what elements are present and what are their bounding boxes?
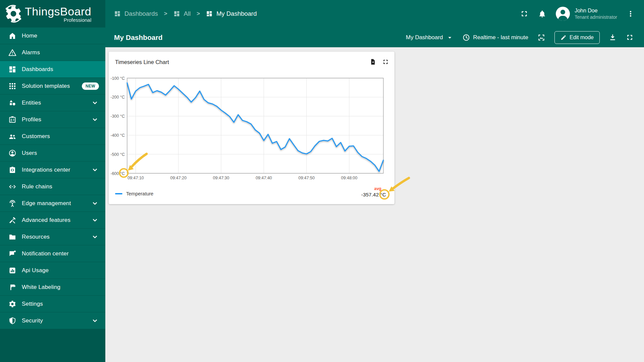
dashboard-canvas: Timeseries Line Chart -100 °C-200 °C-300…	[105, 47, 644, 362]
svg-text:09:47:40: 09:47:40	[256, 176, 272, 180]
chevron-down-icon	[91, 233, 99, 241]
notifications-bell-icon	[538, 10, 546, 18]
sidebar-item-customers[interactable]: Customers	[0, 128, 105, 145]
edit-mode-label: Edit mode	[570, 35, 594, 41]
users-icon	[8, 149, 16, 157]
sidebar-item-entities[interactable]: Entities	[0, 95, 105, 111]
svg-text:09:47:20: 09:47:20	[170, 176, 186, 180]
svg-text:09:47:50: 09:47:50	[298, 176, 315, 180]
sidebar-item-profiles[interactable]: Profiles	[0, 111, 105, 128]
sidebar-item-security[interactable]: Security	[0, 312, 105, 329]
chevron-down-icon	[91, 216, 99, 224]
user-name: John Doe	[575, 8, 617, 14]
breadcrumb-dashboards[interactable]: Dashboards	[114, 10, 158, 17]
sidebar-item-alarms[interactable]: Alarms	[0, 44, 105, 61]
sidebar-item-label: Solution templates	[22, 83, 70, 89]
breadcrumb-separator: >	[197, 10, 200, 17]
sidebar-item-label: Advanced features	[22, 217, 70, 224]
avatar	[556, 7, 570, 21]
dashboard-toolbar: My Dashboard My Dashboard Realtime - las…	[105, 27, 644, 47]
settings-icon	[8, 300, 16, 308]
white-labeling-icon	[8, 283, 16, 291]
sidebar-item-home[interactable]: Home	[0, 27, 105, 44]
timewindow-button[interactable]: Realtime - last minute	[462, 34, 528, 42]
sidebar-item-label: Customers	[22, 133, 50, 140]
dashboards-icon	[206, 10, 213, 17]
aggregation-label: avg	[361, 186, 386, 191]
breadcrumb-my-dashboard[interactable]: My Dashboard	[206, 10, 257, 17]
breadcrumb-separator: >	[164, 10, 167, 17]
aggregation-value: -357.42 °C	[361, 191, 386, 198]
sidebar-item-advanced-features[interactable]: Advanced features	[0, 212, 105, 229]
sidebar-item-white-labeling[interactable]: White Labeling	[0, 279, 105, 296]
clock-icon	[462, 34, 470, 42]
download-icon	[608, 33, 617, 42]
dashboards-icon	[8, 65, 16, 73]
dashboards-icon	[114, 10, 121, 17]
thingsboard-logo[interactable]: ThingsBoard Professional	[0, 0, 105, 27]
sidebar-item-label: Notification center	[22, 250, 69, 257]
svg-text:-100 °C: -100 °C	[110, 76, 125, 81]
svg-text:09:47:30: 09:47:30	[213, 176, 229, 180]
sidebar-item-dashboards[interactable]: Dashboards	[0, 61, 105, 78]
fullscreen-button[interactable]	[520, 9, 529, 18]
sidebar-item-solution-templates[interactable]: Solution templatesNEW	[0, 78, 105, 95]
svg-text:-600 °C: -600 °C	[110, 171, 125, 176]
breadcrumb-all[interactable]: All	[173, 10, 191, 17]
sidebar-item-label: Home	[22, 33, 37, 39]
toolbar-fullscreen-button[interactable]	[626, 33, 634, 42]
dashboard-title: My Dashboard	[114, 34, 163, 42]
new-badge: NEW	[82, 82, 99, 90]
app-name: ThingsBoard	[25, 5, 91, 18]
timewindow-label: Realtime - last minute	[473, 34, 528, 41]
rule-chains-icon	[8, 183, 16, 191]
edge-icon	[8, 199, 16, 207]
legend-series-temperature[interactable]: Temperature	[115, 191, 153, 198]
sidebar-item-label: Dashboards	[22, 66, 53, 73]
app-edition: Professional	[25, 17, 91, 23]
security-icon	[8, 317, 16, 325]
sidebar-item-integrations-center[interactable]: Integrations center	[0, 162, 105, 178]
svg-text:-200 °C: -200 °C	[110, 95, 125, 100]
svg-text:09:48:00: 09:48:00	[341, 176, 358, 180]
dashboards-icon	[173, 10, 180, 17]
sidebar-item-notification-center[interactable]: Notification center	[0, 245, 105, 262]
alarms-icon	[8, 49, 16, 57]
edit-mode-button[interactable]: Edit mode	[554, 31, 600, 44]
chart-legend: Temperature avg -357.42 °C	[115, 185, 386, 198]
sidebar-item-label: Rule chains	[22, 183, 52, 190]
sidebar-item-label: Profiles	[22, 116, 41, 123]
header-actions: John Doe Tenant administrator	[520, 0, 644, 27]
dashboard-state-select[interactable]: My Dashboard	[406, 34, 453, 41]
svg-text:-500 °C: -500 °C	[110, 152, 125, 157]
dashboard-image-button[interactable]	[537, 33, 546, 42]
sidebar-item-label: Security	[22, 317, 43, 324]
entities-icon	[8, 99, 16, 107]
sidebar-item-label: Entities	[22, 100, 41, 106]
resources-icon	[8, 233, 16, 241]
sidebar-item-edge-management[interactable]: Edge management	[0, 195, 105, 212]
home-icon	[8, 32, 16, 40]
sidebar-item-api-usage[interactable]: Api Usage	[0, 262, 105, 279]
breadcrumb-label: My Dashboard	[216, 10, 257, 17]
sidebar-menu: HomeAlarmsDashboardsSolution templatesNE…	[0, 27, 105, 329]
user-menu[interactable]: John Doe Tenant administrator	[556, 7, 617, 21]
series-name: Temperature	[126, 191, 153, 196]
sidebar-item-settings[interactable]: Settings	[0, 296, 105, 312]
profiles-icon	[8, 116, 16, 124]
thingsboard-gear-logo-icon	[4, 4, 23, 24]
fullscreen-icon	[626, 33, 634, 42]
sidebar-item-resources[interactable]: Resources	[0, 229, 105, 245]
svg-text:-300 °C: -300 °C	[110, 114, 125, 119]
timeseries-widget-card: Timeseries Line Chart -100 °C-200 °C-300…	[109, 52, 394, 204]
sidebar-item-label: Settings	[22, 301, 43, 307]
notifications-button[interactable]	[538, 10, 546, 18]
sidebar-item-users[interactable]: Users	[0, 145, 105, 162]
more-menu-button[interactable]	[627, 10, 635, 18]
sidebar-item-label: Edge management	[22, 200, 71, 207]
dashboard-image-icon	[537, 33, 546, 42]
download-button[interactable]	[608, 33, 617, 42]
pencil-icon	[560, 35, 567, 41]
sidebar-item-rule-chains[interactable]: Rule chains	[0, 178, 105, 195]
kebab-menu-icon	[627, 10, 635, 18]
